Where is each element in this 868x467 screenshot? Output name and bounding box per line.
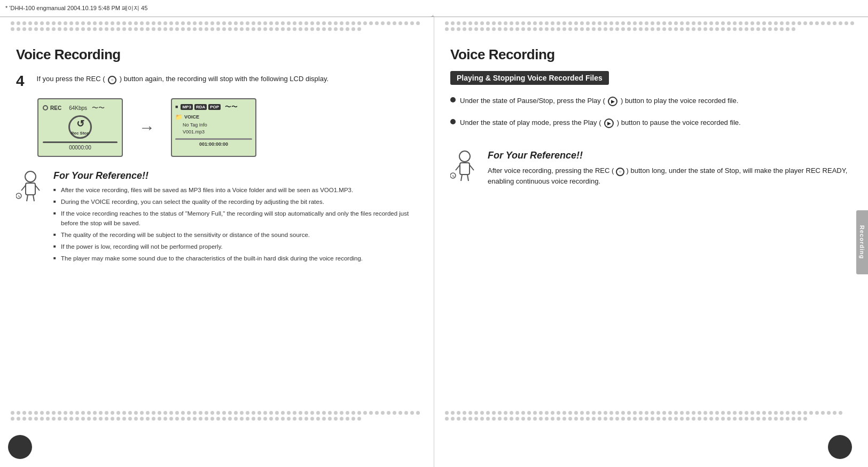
dot-bottom-right [639, 417, 643, 421]
dot [234, 27, 238, 31]
dot-bottom-right [551, 417, 554, 421]
dot-bottom-right [463, 411, 466, 415]
dot [733, 27, 737, 31]
dot-bottom-right [527, 417, 531, 421]
dot [387, 21, 390, 25]
dot-bottom [363, 411, 367, 415]
lcd-screen-2: ■ MP3 RDA POP 〜〜 📁 VOICE No Tag Info V00… [171, 98, 256, 157]
dot-bottom-right [521, 417, 525, 421]
dot [698, 27, 701, 31]
lcd2-time: 001:00:00:00 [175, 141, 252, 147]
dot [193, 27, 197, 31]
dot-bottom [334, 411, 338, 415]
dot [93, 21, 97, 25]
dot [498, 27, 502, 31]
dot [210, 21, 214, 25]
dot [111, 21, 114, 25]
dot-bottom [287, 411, 291, 415]
lcd2-line1: No Tag Info [183, 122, 252, 129]
dot-bottom [193, 417, 197, 421]
dot-bottom [64, 411, 67, 415]
dot [780, 21, 784, 25]
dot-bottom [240, 417, 244, 421]
dot-bottom-right [557, 417, 560, 421]
dot-bottom [205, 411, 208, 415]
dot-bottom [199, 411, 202, 415]
dot-bottom [228, 417, 232, 421]
dot-bottom [246, 411, 249, 415]
dot-bottom [81, 411, 85, 415]
voice-label: VOICE [184, 114, 199, 120]
dot-bottom [34, 417, 38, 421]
bullet-item-2: Under the state of play mode, press the … [434, 115, 868, 131]
dot-bottom-right [527, 411, 531, 415]
svg-line-12 [461, 175, 462, 181]
dot [568, 21, 572, 25]
svg-rect-9 [460, 163, 470, 175]
dot [557, 21, 560, 25]
dot [404, 21, 408, 25]
svg-line-13 [467, 175, 468, 181]
dot-bottom [140, 411, 144, 415]
dot-bottom [28, 411, 32, 415]
dot-bottom-right [662, 411, 666, 415]
dot-bottom-right [621, 417, 625, 421]
dot-bottom-right [727, 411, 731, 415]
dot [762, 21, 766, 25]
dot [486, 21, 490, 25]
dot [293, 21, 296, 25]
dot-bottom [398, 411, 402, 415]
dot [316, 21, 320, 25]
dot-bottom-right [492, 411, 496, 415]
dot [158, 21, 161, 25]
dot [786, 21, 789, 25]
bullet-item-1: Under the state of Pause/Stop, press the… [434, 93, 868, 109]
dot [134, 27, 138, 31]
dot-bottom-right [633, 411, 637, 415]
dot-bottom-right [668, 411, 672, 415]
dot-bottom-right [604, 411, 607, 415]
dot [310, 27, 314, 31]
dot-bottom-right [468, 417, 472, 421]
rec-circle-icon [43, 105, 48, 110]
dot-bottom [351, 411, 355, 415]
dot [17, 21, 20, 25]
bullet-text-1: Under the state of Pause/Stop, press the… [460, 96, 738, 107]
dot-bottom-right [709, 417, 713, 421]
dot [351, 27, 355, 31]
dot-bottom-right [686, 417, 690, 421]
dot-bottom-right [480, 417, 484, 421]
dot [334, 21, 338, 25]
tag-rda: RDA [194, 104, 207, 110]
dot-bottom [111, 411, 114, 415]
dot-bottom [222, 417, 226, 421]
dot-bottom-right [480, 411, 484, 415]
dot [474, 27, 478, 31]
dot-bottom-right [557, 411, 560, 415]
dot [686, 27, 690, 31]
dot [357, 27, 361, 31]
dot [515, 27, 519, 31]
bitrate-label: 64Kbps [69, 105, 87, 111]
dot [181, 21, 185, 25]
dot [158, 27, 161, 31]
dot-bottom-right [745, 417, 748, 421]
dot-bottom-right [656, 411, 660, 415]
dot-bottom-right [668, 417, 672, 421]
dot [99, 27, 103, 31]
svg-line-11 [470, 165, 474, 170]
dot-bottom [169, 411, 173, 415]
dot [205, 27, 208, 31]
dot-bottom [34, 411, 38, 415]
dot [210, 27, 214, 31]
dot-bottom-right [721, 411, 725, 415]
dot [792, 21, 795, 25]
dot [81, 21, 85, 25]
dot [346, 27, 349, 31]
dot [40, 27, 44, 31]
dot-bottom [216, 411, 220, 415]
dot [263, 27, 267, 31]
dot [633, 27, 637, 31]
dot [69, 27, 73, 31]
right-section-title: Voice Recording [434, 46, 868, 71]
